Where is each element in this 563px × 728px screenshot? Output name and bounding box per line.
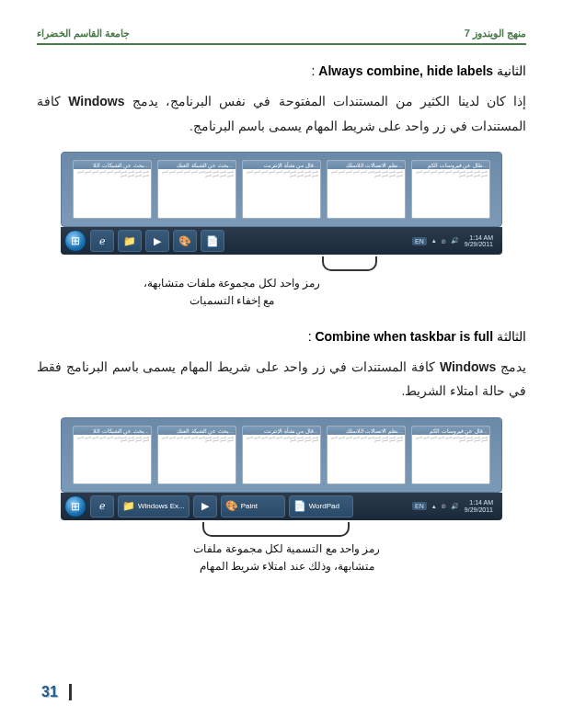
thumb-title: ...طال عن فيروسات الكم [412,161,489,169]
folder-icon: 📁 [123,235,136,247]
clock-date: 9/29/2011 [465,241,493,248]
thumb-body: النص النص النص النص النص النص النص النص … [327,169,405,218]
taskbar-label: Paint [241,502,258,510]
media-icon: ▶ [201,500,209,512]
callout-brace [322,256,377,271]
start-button-icon[interactable] [64,230,86,252]
taskbar-paint-button[interactable]: 🎨 Paint [221,495,285,518]
preview-thumb: ...نظم الاتصالات اللاسلك النص النص النص … [327,160,406,219]
tray-volume-icon[interactable]: 🔊 [451,237,459,245]
figure2-callout: رمز واحد مع التسمية لكل مجموعة ملفات متش… [186,540,388,575]
section2-prefix: الثالثة [497,329,526,344]
thumb-body: النص النص النص النص النص النص النص النص … [158,435,236,483]
section1-colon: : [311,63,315,78]
folder-icon: 📁 [122,500,135,512]
section2-title: الثالثة Combine when taskbar is full : [37,329,526,344]
preview-thumb: ...قال من نشأة الإنترنت النص النص النص ا… [242,160,321,219]
thumb-body: النص النص النص النص النص النص النص النص … [327,435,405,483]
thumb-body: النص النص النص النص النص النص النص النص … [74,435,151,483]
section1-inline: Windows [68,94,124,108]
thumb-body: النص النص النص النص النص النص النص النص … [412,435,489,483]
thumb-title: ...بحث عن الشبكات اللا [74,427,151,435]
thumb-title: ...نظم الاتصالات اللاسلك [327,427,405,435]
paint-icon: 🎨 [225,500,238,512]
preview-thumb: ...قال من نشأة الإنترنت النص النص النص ا… [242,426,321,484]
thumb-title: ...قال عن فيروسات الكم [412,427,489,435]
section2-bold: Combine when taskbar is full [315,329,493,344]
thumb-body: النص النص النص النص النص النص النص النص … [74,169,151,218]
figure1-previews: ...طال عن فيروسات الكم النص النص النص ال… [61,152,502,227]
thumb-title: ...بحث عن الشبكة العنك [158,161,236,169]
preview-thumb: ...بحث عن الشبكات اللا النص النص النص ال… [73,160,152,219]
clock-time: 1:14 AM [465,234,493,242]
thumb-body: النص النص النص النص النص النص النص النص … [412,169,489,218]
figure1-taskbar: ℯ 📁 ▶ 🎨 📄 EN ▴ ⎚ 🔊 1:14 AM 9/29/2011 [61,227,502,255]
taskbar-media-button[interactable]: ▶ [193,495,217,518]
thumb-body: النص النص النص النص النص النص النص النص … [243,169,320,218]
section2-colon: : [308,329,312,344]
thumb-body: النص النص النص النص النص النص النص النص … [243,435,320,483]
thumb-title: ...نظم الاتصالات اللاسلك [327,161,405,169]
wordpad-icon: 📄 [206,235,219,247]
figure1: ...طال عن فيروسات الكم النص النص النص ال… [37,152,526,310]
figure1-callout: رمز واحد لكل مجموعة ملفات متشابهة، مع إخ… [140,275,324,310]
taskbar-label: Windows Ex... [138,502,185,510]
taskbar-ie-button[interactable]: ℯ [90,230,114,252]
figure2-taskbar: ℯ 📁 Windows Ex... ▶ 🎨 Paint 📄 WordPad EN… [61,493,502,520]
page-number: 31 [41,684,72,700]
thumb-title: ...بحث عن الشبكة العنك [158,427,236,435]
taskbar-folder-button[interactable]: 📁 [118,230,142,252]
clock-date: 9/29/2011 [465,506,493,514]
section1-body-pre: إذا كان لدينا الكثير من المستندات المفتو… [125,94,526,108]
taskbar-explorer-button[interactable]: 📁 Windows Ex... [118,495,190,518]
clock[interactable]: 1:14 AM 9/29/2011 [465,499,493,513]
preview-thumb: ...بحث عن الشبكة العنك النص النص النص ال… [157,160,236,219]
wordpad-icon: 📄 [293,500,306,512]
preview-thumb: ...طال عن فيروسات الكم النص النص النص ال… [411,160,490,219]
preview-thumb: ...بحث عن الشبكة العنك النص النص النص ال… [157,426,236,484]
section2-body-pre: يدمج [496,359,526,374]
thumb-body: النص النص النص النص النص النص النص النص … [158,169,236,218]
preview-thumb: ...قال عن فيروسات الكم النص النص النص ال… [411,426,490,484]
section1-prefix: الثانية [497,63,526,78]
clock-time: 1:14 AM [465,499,493,506]
taskbar-ie-button[interactable]: ℯ [90,495,114,518]
section1-bold: Always combine, hide labels [318,63,493,78]
thumb-title: ...بحث عن الشبكات اللا [74,161,151,169]
system-tray: EN ▴ ⎚ 🔊 1:14 AM 9/29/2011 [407,234,499,248]
preview-thumb: ...نظم الاتصالات اللاسلك النص النص النص … [327,426,406,484]
taskbar-paint-button[interactable]: 🎨 [173,230,197,252]
ie-icon: ℯ [99,235,106,247]
callout-brace [202,522,350,537]
ie-icon: ℯ [99,500,106,512]
section2-body: يدمج Windows كافة المستندات في زر واحد ع… [37,355,526,404]
start-button-icon[interactable] [64,495,86,518]
thumb-title: ...قال من نشأة الإنترنت [243,427,320,435]
header-right: منهج الويندوز 7 [465,28,526,40]
taskbar-label: WordPad [309,502,339,510]
page-header: منهج الويندوز 7 جامعة القاسم الخضراء [37,28,526,45]
clock[interactable]: 1:14 AM 9/29/2011 [465,234,493,248]
tray-up-icon[interactable]: ▴ [432,503,436,510]
figure2-previews: ...قال عن فيروسات الكم النص النص النص ال… [61,417,502,493]
section1-title: الثانية Always combine, hide labels : [37,63,526,78]
system-tray: EN ▴ ⎚ 🔊 1:14 AM 9/29/2011 [407,499,499,513]
language-indicator[interactable]: EN [412,502,427,510]
paint-icon: 🎨 [178,235,191,247]
media-icon: ▶ [154,235,161,247]
tray-network-icon[interactable]: ⎚ [442,238,445,245]
figure2: ...قال عن فيروسات الكم النص النص النص ال… [37,417,526,575]
tray-network-icon[interactable]: ⎚ [442,503,445,509]
tray-up-icon[interactable]: ▴ [432,237,436,245]
tray-volume-icon[interactable]: 🔊 [451,503,459,510]
taskbar-wordpad-button[interactable]: 📄 WordPad [289,495,353,518]
preview-thumb: ...بحث عن الشبكات اللا النص النص النص ال… [73,426,152,484]
taskbar-media-button[interactable]: ▶ [145,230,169,252]
language-indicator[interactable]: EN [412,237,427,245]
section1-body: إذا كان لدينا الكثير من المستندات المفتو… [37,89,526,138]
taskbar-wordpad-button[interactable]: 📄 [201,230,224,252]
thumb-title: ...قال من نشأة الإنترنت [243,161,320,169]
header-left: جامعة القاسم الخضراء [37,28,130,40]
section2-inline: Windows [440,359,496,374]
